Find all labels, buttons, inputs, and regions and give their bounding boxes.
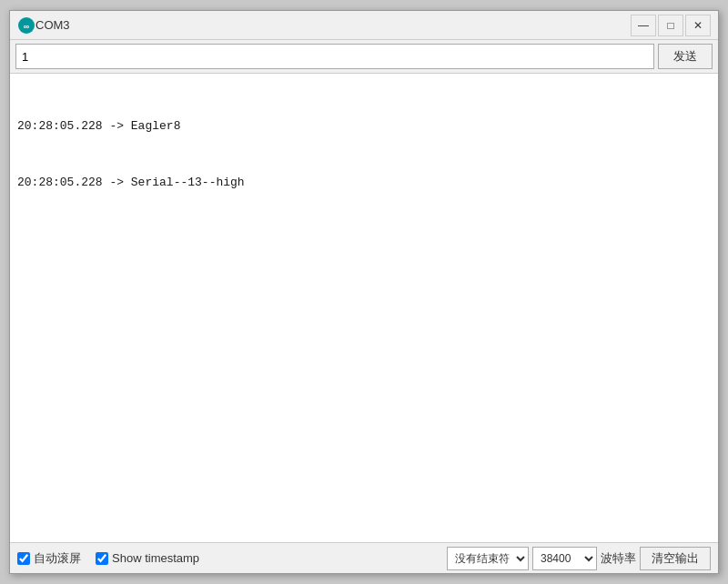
- auto-scroll-label: 自动滚屏: [34, 550, 81, 567]
- minimize-button[interactable]: —: [631, 15, 656, 36]
- show-timestamp-checkbox[interactable]: [96, 552, 108, 565]
- arduino-icon: ∞: [17, 16, 35, 35]
- status-right: 没有结束符 换行 回车 回车换行 300 600 1200 2400 4800 …: [447, 547, 711, 570]
- serial-monitor-window: ∞ COM3 — □ ✕ 发送 20:28:05.228 -> Eagler8 …: [9, 10, 719, 574]
- show-timestamp-checkbox-container[interactable]: Show timestamp: [96, 551, 199, 565]
- title-bar: ∞ COM3 — □ ✕: [10, 11, 718, 40]
- serial-output: 20:28:05.228 -> Eagler8 20:28:05.228 -> …: [10, 74, 718, 542]
- window-controls: — □ ✕: [631, 15, 711, 36]
- maximize-button[interactable]: □: [658, 15, 683, 36]
- output-line: 20:28:05.228 -> Serial--13--high: [17, 174, 711, 193]
- auto-scroll-checkbox-container[interactable]: 自动滚屏: [17, 550, 81, 567]
- baud-rate-select[interactable]: 300 600 1200 2400 4800 9600 14400 19200 …: [532, 547, 597, 570]
- auto-scroll-checkbox[interactable]: [17, 552, 30, 565]
- baud-rate-label: 波特率: [601, 550, 636, 567]
- line-ending-select[interactable]: 没有结束符 换行 回车 回车换行: [447, 547, 529, 570]
- serial-input[interactable]: [15, 44, 654, 69]
- status-bar: 自动滚屏 Show timestamp 没有结束符 换行 回车 回车换行 300…: [10, 542, 718, 573]
- output-line: 20:28:05.228 -> Eagler8: [17, 117, 711, 136]
- close-button[interactable]: ✕: [685, 15, 711, 36]
- show-timestamp-label: Show timestamp: [112, 551, 199, 565]
- clear-output-button[interactable]: 清空输出: [640, 547, 711, 570]
- send-button[interactable]: 发送: [658, 44, 713, 69]
- svg-text:∞: ∞: [24, 22, 30, 31]
- window-title: COM3: [35, 18, 631, 32]
- input-bar: 发送: [10, 40, 718, 74]
